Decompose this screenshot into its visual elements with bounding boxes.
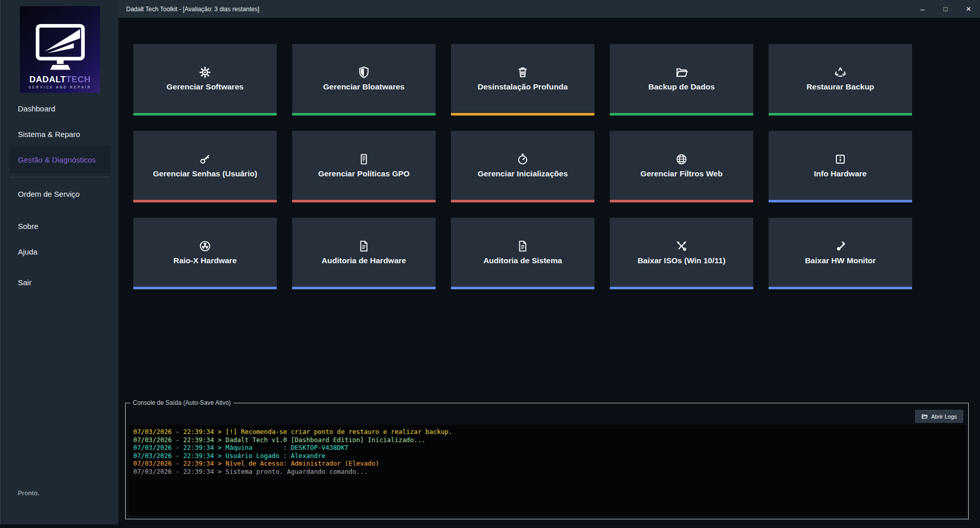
tool-tile[interactable]: Gerenciar Filtros Web bbox=[610, 131, 753, 202]
sidebar-item-label: Dashboard bbox=[18, 104, 55, 113]
gauge-icon bbox=[516, 153, 529, 166]
console-line: 07/03/2026 - 22:39:34 > [!] Recomenda-se… bbox=[133, 428, 962, 436]
tile-grid: Gerenciar Softwares Gerenciar Bloatwares… bbox=[133, 44, 912, 289]
folder-icon bbox=[921, 413, 928, 420]
console-group: Console de Saída (Auto-Save Ativo) Abrir… bbox=[125, 403, 969, 519]
sidebar-divider bbox=[9, 177, 110, 177]
tile-label: Gerenciar Inicializações bbox=[477, 169, 568, 178]
recycle-icon bbox=[834, 66, 847, 79]
tile-label: Gerenciar Senhas (Usuário) bbox=[153, 169, 257, 178]
sidebar-item-ordem-de-servico[interactable]: Ordem de Serviço bbox=[9, 180, 110, 208]
tile-label: Desinstalação Profunda bbox=[477, 82, 568, 91]
console-line: 07/03/2026 - 22:39:34 > Usuário Logado :… bbox=[133, 452, 962, 460]
monitor-logo-icon bbox=[30, 21, 90, 74]
brand-secondary: TECH bbox=[66, 75, 90, 84]
sidebar-item-ajuda[interactable]: Ajuda bbox=[9, 238, 110, 265]
tile-label: Restaurar Backup bbox=[806, 82, 874, 91]
console-line: 07/03/2026 - 22:39:34 > Dadalt Tech v1.0… bbox=[133, 436, 962, 444]
tools-icon bbox=[675, 240, 688, 252]
console-line: 07/03/2026 - 22:39:34 > Sistema pronto. … bbox=[133, 468, 962, 476]
sidebar-item-label: Gestão & Diagnósticos bbox=[18, 155, 96, 164]
tool-tile[interactable]: Gerenciar Softwares bbox=[133, 44, 277, 116]
status-text: Pronto. bbox=[18, 490, 39, 497]
policy-icon bbox=[357, 153, 370, 166]
sidebar-item-label: Sobre bbox=[18, 222, 38, 231]
tile-label: Gerenciar Políticas GPO bbox=[318, 169, 410, 178]
document-icon bbox=[357, 240, 370, 252]
sidebar-item-sistema-reparo[interactable]: Sistema & Reparo bbox=[9, 120, 110, 148]
tool-tile[interactable]: Gerenciar Políticas GPO bbox=[292, 131, 436, 202]
tile-label: Baixar HW Monitor bbox=[805, 256, 876, 265]
tile-label: Backup de Dados bbox=[648, 82, 714, 91]
sidebar-item-gestao-diagnosticos[interactable]: Gestão & Diagnósticos bbox=[9, 146, 110, 173]
window-controls: – □ × bbox=[911, 0, 980, 18]
radiation-icon bbox=[199, 240, 211, 252]
tile-label: Gerenciar Softwares bbox=[166, 82, 244, 91]
titlebar: Dadalt Tech Toolkit - [Avaliação: 3 dias… bbox=[118, 0, 980, 18]
brand-primary: DADALT bbox=[30, 75, 66, 84]
folder-icon bbox=[675, 66, 688, 79]
tile-label: Auditoria de Sistema bbox=[483, 256, 562, 265]
console-output[interactable]: 07/03/2026 - 22:39:34 > [!] Recomenda-se… bbox=[129, 425, 966, 516]
sidebar-item-label: Ajuda bbox=[18, 247, 37, 256]
tool-tile[interactable]: Backup de Dados bbox=[610, 44, 753, 116]
sidebar-item-sobre[interactable]: Sobre bbox=[9, 212, 110, 240]
tool-tile[interactable]: Restaurar Backup bbox=[769, 44, 912, 116]
globe-icon bbox=[675, 153, 688, 166]
tile-label: Raio-X Hardware bbox=[173, 256, 236, 265]
sidebar-item-label: Sair bbox=[18, 278, 32, 287]
tool-tile[interactable]: Info Hardware bbox=[769, 131, 912, 202]
open-logs-button[interactable]: Abrir Logs bbox=[915, 410, 963, 423]
tool-tile[interactable]: Desinstalação Profunda bbox=[451, 44, 594, 116]
sidebar: DADALTTECH SERVICE AND REPAIR Dashboard … bbox=[0, 0, 118, 524]
tile-label: Gerenciar Bloatwares bbox=[323, 82, 404, 91]
tool-tile[interactable]: Baixar ISOs (Win 10/11) bbox=[610, 218, 753, 289]
sidebar-item-label: Sistema & Reparo bbox=[18, 130, 80, 139]
sidebar-item-sair[interactable]: Sair bbox=[9, 268, 110, 296]
trash-icon bbox=[516, 66, 529, 79]
close-button[interactable]: × bbox=[957, 0, 980, 18]
tile-label: Baixar ISOs (Win 10/11) bbox=[637, 256, 725, 265]
brand-name: DADALTTECH bbox=[30, 75, 91, 84]
key-icon bbox=[199, 153, 211, 166]
open-logs-label: Abrir Logs bbox=[931, 414, 957, 420]
tool-tile[interactable]: Raio-X Hardware bbox=[133, 218, 277, 289]
document-icon bbox=[516, 240, 529, 252]
console-group-label: Console de Saída (Auto-Save Ativo) bbox=[130, 399, 233, 406]
tool-tile[interactable]: Gerenciar Inicializações bbox=[451, 131, 594, 202]
window-title: Dadalt Tech Toolkit - [Avaliação: 3 dias… bbox=[118, 6, 259, 13]
minimize-button[interactable]: – bbox=[911, 0, 934, 18]
tool-tile[interactable]: Gerenciar Senhas (Usuário) bbox=[133, 131, 277, 202]
tile-label: Gerenciar Filtros Web bbox=[640, 169, 723, 178]
brand-tagline: SERVICE AND REPAIR bbox=[29, 85, 91, 89]
tile-label: Auditoria de Hardware bbox=[322, 256, 406, 265]
thermometer-icon bbox=[834, 240, 847, 252]
tool-tile[interactable]: Baixar HW Monitor bbox=[769, 218, 912, 289]
sidebar-item-dashboard[interactable]: Dashboard bbox=[9, 95, 110, 122]
console-line: 07/03/2026 - 22:39:34 > Máquina : DESKTO… bbox=[133, 444, 962, 452]
app-logo: DADALTTECH SERVICE AND REPAIR bbox=[20, 6, 100, 93]
sidebar-item-label: Ordem de Serviço bbox=[18, 190, 80, 198]
tile-label: Info Hardware bbox=[814, 169, 867, 178]
app-window: { "window": { "title": "Dadalt Tech Tool… bbox=[0, 0, 980, 528]
gear-icon bbox=[199, 66, 211, 79]
maximize-button[interactable]: □ bbox=[934, 0, 957, 18]
tool-tile[interactable]: Auditoria de Hardware bbox=[292, 218, 436, 289]
tool-tile[interactable]: Gerenciar Bloatwares bbox=[292, 44, 436, 116]
console-line: 07/03/2026 - 22:39:34 > Nível de Acesso:… bbox=[133, 460, 962, 468]
tool-tile[interactable]: Auditoria de Sistema bbox=[451, 218, 594, 289]
info-icon bbox=[834, 153, 847, 166]
shield-icon bbox=[357, 66, 370, 79]
